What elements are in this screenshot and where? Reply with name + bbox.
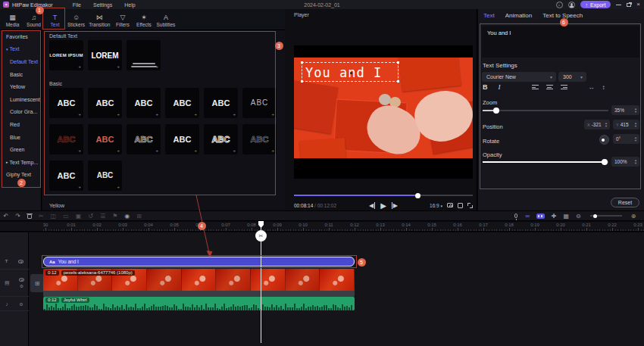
- add-template-icon[interactable]: +: [117, 64, 120, 69]
- template-card-abc-8[interactable]: ABC+: [88, 124, 122, 154]
- add-template-icon[interactable]: +: [155, 148, 158, 153]
- marker-icon[interactable]: ⚑: [112, 213, 117, 220]
- add-template-icon[interactable]: +: [194, 112, 197, 117]
- snap-icon[interactable]: ✚: [552, 213, 557, 220]
- add-template-icon[interactable]: +: [78, 185, 81, 189]
- sidebar-item-yellow[interactable]: Yellow: [0, 80, 41, 93]
- text-content-input[interactable]: You and I: [482, 26, 639, 58]
- opacity-value[interactable]: 100%▲▼: [611, 157, 639, 167]
- zoom-in-icon[interactable]: ⊕: [631, 213, 636, 220]
- visibility-icon[interactable]: [18, 260, 23, 263]
- tab-subtitles[interactable]: ASubtitles: [155, 11, 177, 30]
- link-icon[interactable]: ∞: [525, 213, 530, 220]
- download-icon[interactable]: ↓: [556, 2, 563, 8]
- tab-filters[interactable]: ▽Filters: [112, 11, 133, 30]
- split-icon[interactable]: ✂: [39, 213, 44, 220]
- template-card-abc-9[interactable]: ABC+: [127, 124, 161, 154]
- sidebar-item-blue[interactable]: Blue: [0, 131, 41, 144]
- menu-settings[interactable]: Settings: [93, 2, 112, 8]
- rotate-icon[interactable]: ↺: [88, 213, 93, 220]
- gear-icon[interactable]: ⚙: [20, 283, 23, 288]
- keyboard-shortcuts-icon[interactable]: ▦: [564, 213, 570, 220]
- add-template-icon[interactable]: +: [271, 112, 274, 117]
- template-card-abc-11[interactable]: ABC+: [204, 124, 238, 154]
- sidebar-item-favorites[interactable]: Favorites: [0, 30, 41, 43]
- add-template-icon[interactable]: +: [155, 64, 158, 69]
- sidebar-item-default-text[interactable]: Default Text: [0, 55, 41, 68]
- zoom-out-icon[interactable]: ⊖: [576, 213, 581, 220]
- reset-button[interactable]: Reset: [611, 198, 639, 207]
- template-card-abc-1[interactable]: ABC+: [49, 88, 83, 118]
- video-frame[interactable]: You and I: [294, 58, 473, 158]
- add-template-icon[interactable]: +: [233, 112, 236, 117]
- add-template-icon[interactable]: +: [117, 185, 120, 189]
- tab-effects[interactable]: ✶Effects: [133, 11, 154, 30]
- line-spacing-icon[interactable]: ↕: [602, 84, 605, 91]
- sidebar-item-text[interactable]: ▾Text: [0, 43, 41, 56]
- template-card-abc-7[interactable]: ABC+: [49, 124, 83, 154]
- italic-button[interactable]: I: [499, 83, 501, 91]
- sidebar-item-text-temp-[interactable]: ▸Text Temp...: [0, 156, 41, 169]
- template-card-abc-10[interactable]: ABC+: [165, 124, 199, 154]
- align-left-icon[interactable]: [532, 84, 539, 90]
- add-template-icon[interactable]: +: [233, 148, 236, 153]
- template-card-subtitle[interactable]: +: [127, 40, 161, 70]
- redo-icon[interactable]: ↷: [15, 213, 20, 220]
- crop-icon[interactable]: [458, 203, 463, 208]
- align-right-icon[interactable]: [561, 84, 567, 90]
- undo-icon[interactable]: ↶: [4, 213, 9, 220]
- zoom-value[interactable]: 35%▲▼: [611, 105, 639, 115]
- tab-transition[interactable]: ⋈Transition: [87, 11, 111, 30]
- audio-clip[interactable]: 0:12 Joyful Whirl: [43, 297, 355, 310]
- playhead-scissors-icon[interactable]: ✂: [255, 230, 267, 242]
- inspector-tab-text[interactable]: Text: [483, 12, 495, 19]
- template-card-abc-5[interactable]: ABC+: [204, 88, 238, 118]
- rotate-dial[interactable]: [599, 135, 609, 145]
- align-center-icon[interactable]: [546, 84, 553, 90]
- add-template-icon[interactable]: +: [155, 112, 158, 117]
- template-card-abc-4[interactable]: ABC+: [165, 88, 199, 118]
- gear-icon[interactable]: ⚙: [19, 301, 23, 307]
- player-progress-bar[interactable]: [294, 195, 473, 196]
- fullscreen-icon[interactable]: [467, 203, 473, 208]
- add-template-icon[interactable]: +: [78, 64, 81, 69]
- freeze-icon[interactable]: ⊞: [136, 213, 142, 220]
- visibility-icon[interactable]: [19, 278, 24, 282]
- opacity-slider-handle[interactable]: [602, 159, 608, 165]
- menu-help[interactable]: Help: [124, 2, 135, 8]
- mask-icon[interactable]: ▣: [76, 213, 82, 220]
- opacity-slider[interactable]: [483, 161, 608, 163]
- add-template-icon[interactable]: +: [271, 148, 274, 153]
- template-card-abc-12[interactable]: ABC+: [242, 124, 277, 154]
- next-frame-button[interactable]: ▶: [392, 202, 398, 209]
- sidebar-item-green[interactable]: Green: [0, 143, 41, 156]
- text-selection-box[interactable]: You and I: [302, 62, 399, 82]
- snapshot-icon[interactable]: [447, 203, 453, 207]
- template-card-abc-6[interactable]: ABC+: [242, 88, 277, 118]
- aspect-ratio-select[interactable]: 16:9 ▾: [430, 203, 442, 208]
- inspector-tab-animation[interactable]: Animation: [505, 12, 533, 19]
- sidebar-item-red[interactable]: Red: [0, 118, 41, 131]
- position-y-input[interactable]: Y415 ▲▼: [613, 120, 639, 129]
- rotate-value[interactable]: 0°▲▼: [613, 134, 639, 144]
- progress-handle[interactable]: [415, 193, 420, 198]
- zoom-slider[interactable]: [483, 110, 608, 111]
- add-template-icon[interactable]: +: [78, 112, 81, 117]
- play-button[interactable]: ▶: [380, 202, 386, 209]
- template-card-lorem[interactable]: LOREM+: [88, 40, 122, 70]
- text-clip[interactable]: Aa You and I: [43, 257, 355, 267]
- add-template-icon[interactable]: +: [117, 112, 120, 117]
- font-size-select[interactable]: 300▼: [558, 72, 586, 82]
- voiceover-icon[interactable]: [514, 214, 518, 218]
- mirror-icon[interactable]: ▭: [63, 213, 69, 220]
- account-icon[interactable]: [568, 2, 575, 8]
- speed-icon[interactable]: ☰: [100, 213, 105, 220]
- close-button[interactable]: ×: [636, 2, 640, 8]
- zoom-slider-handle[interactable]: [493, 108, 499, 114]
- add-track-button[interactable]: ⊞: [30, 274, 44, 292]
- add-template-icon[interactable]: +: [194, 148, 197, 153]
- timeline-ruler[interactable]: 300:010:020:030:040:050:060:070:080:090:…: [0, 222, 644, 232]
- delete-icon[interactable]: [27, 214, 32, 219]
- template-card-abc-14[interactable]: ABC+: [88, 161, 122, 191]
- minimize-button[interactable]: [616, 5, 621, 5]
